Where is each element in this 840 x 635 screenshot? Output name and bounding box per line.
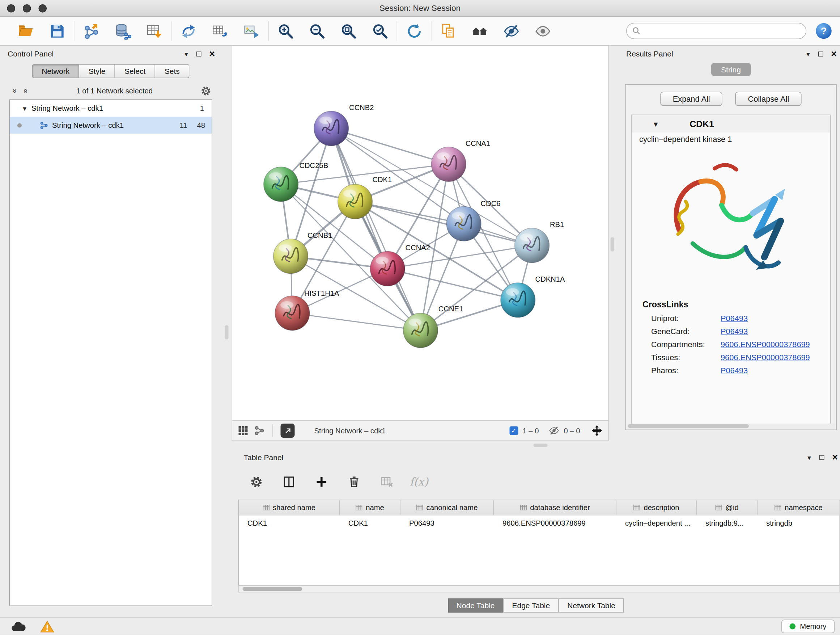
- float-panel-icon[interactable]: [819, 51, 824, 57]
- crosslink-link[interactable]: P06493: [721, 327, 748, 336]
- network-edge[interactable]: [355, 202, 532, 245]
- import-table-from-file-button[interactable]: [143, 19, 166, 42]
- network-edge[interactable]: [332, 128, 421, 331]
- table-horizontal-scrollbar[interactable]: [238, 585, 840, 593]
- close-panel-icon[interactable]: ×: [831, 49, 837, 59]
- network-collection-row[interactable]: ▼ String Network – cdk1 1: [10, 100, 212, 117]
- zoom-fit-button[interactable]: [337, 19, 360, 42]
- cell-name[interactable]: CDK1: [340, 516, 401, 531]
- expand-all-networks-icon[interactable]: »: [11, 88, 19, 93]
- network-node-CDK1[interactable]: CDK1: [338, 176, 392, 219]
- search-input[interactable]: [644, 27, 801, 35]
- crosslink-link[interactable]: P06493: [721, 366, 748, 375]
- cloud-status-button[interactable]: [11, 621, 26, 632]
- close-panel-icon[interactable]: ×: [832, 453, 838, 462]
- collapse-all-networks-icon[interactable]: «: [22, 88, 31, 93]
- tab-edge-table[interactable]: Edge Table: [503, 599, 559, 613]
- network-node-RB1[interactable]: RB1: [515, 220, 564, 263]
- function-builder-button[interactable]: f(x): [410, 475, 428, 488]
- float-panel-icon[interactable]: [197, 51, 202, 57]
- network-node-HIST1H1A[interactable]: HIST1H1A: [275, 289, 339, 331]
- tree-caret-icon[interactable]: ▼: [22, 105, 27, 111]
- tab-network[interactable]: Network: [32, 64, 79, 78]
- import-network-from-database-button[interactable]: [111, 19, 134, 42]
- column-header-shared-name[interactable]: shared name: [239, 500, 340, 515]
- zoom-in-button[interactable]: [274, 19, 297, 42]
- network-node-CCNB2[interactable]: CCNB2: [314, 103, 374, 146]
- crosslink-link[interactable]: 9606.ENSP00000378699: [721, 340, 810, 348]
- expand-all-button[interactable]: Expand All: [660, 92, 722, 106]
- network-view-canvas[interactable]: CCNB2CCNA1CDC25BCDK1CDC6RB1CCNB1CCNA2CDK…: [232, 46, 609, 421]
- bottom-splitter-handle[interactable]: [534, 444, 548, 447]
- float-panel-icon[interactable]: [820, 455, 825, 460]
- network-row-selected[interactable]: String Network – cdk1 11 48: [10, 117, 212, 134]
- gene-card-header[interactable]: ▼ CDK1: [632, 115, 830, 133]
- table-options-button[interactable]: [247, 472, 265, 491]
- cell-shared-name[interactable]: CDK1: [239, 516, 340, 531]
- pan-tool-button[interactable]: [591, 424, 603, 437]
- network-node-CCNB1[interactable]: CCNB1: [273, 231, 332, 274]
- close-panel-icon[interactable]: ×: [209, 49, 215, 59]
- delete-table-button[interactable]: [377, 472, 396, 491]
- zoom-selected-button[interactable]: [369, 19, 392, 42]
- network-edge[interactable]: [332, 128, 449, 165]
- crosslink-link[interactable]: 9606.ENSP00000378699: [721, 353, 810, 362]
- save-session-button[interactable]: [46, 19, 68, 42]
- birdseye-view-button[interactable]: [469, 19, 491, 42]
- column-header-namespace[interactable]: namespace: [758, 500, 840, 515]
- open-file-button[interactable]: [14, 19, 37, 42]
- column-header-id[interactable]: @id: [697, 500, 758, 515]
- tab-style[interactable]: Style: [79, 64, 115, 78]
- create-column-button[interactable]: [312, 472, 331, 491]
- network-from-selection-button[interactable]: [177, 19, 200, 42]
- cell-canonical-name[interactable]: P06493: [401, 516, 494, 531]
- tab-node-table[interactable]: Node Table: [448, 599, 504, 613]
- warnings-button[interactable]: [40, 620, 54, 633]
- panel-menu-icon[interactable]: ▾: [807, 453, 811, 462]
- network-list-button[interactable]: [254, 425, 265, 436]
- duplicate-document-button[interactable]: [437, 19, 460, 42]
- selected-checkbox-icon[interactable]: ✓: [509, 426, 518, 435]
- zoom-out-button[interactable]: [306, 19, 328, 42]
- cell-description[interactable]: cyclin–dependent ...: [616, 516, 697, 531]
- help-button[interactable]: ?: [814, 21, 834, 41]
- left-splitter-handle[interactable]: [225, 325, 229, 340]
- network-node-CDKN1A[interactable]: CDKN1A: [501, 275, 565, 318]
- network-node-CDC6[interactable]: CDC6: [447, 200, 500, 241]
- network-options-button[interactable]: [201, 85, 212, 97]
- cell-database-identifier[interactable]: 9606.ENSP00000378699: [494, 516, 616, 531]
- right-splitter-handle[interactable]: [611, 238, 615, 252]
- tab-select[interactable]: Select: [115, 64, 155, 78]
- column-header-name[interactable]: name: [340, 500, 401, 515]
- tab-sets[interactable]: Sets: [155, 64, 189, 78]
- graphics-details-off-button[interactable]: [500, 19, 523, 42]
- network-node-CCNA1[interactable]: CCNA1: [431, 139, 490, 182]
- column-header-database-identifier[interactable]: database identifier: [494, 500, 616, 515]
- collapse-gene-icon[interactable]: ▼: [652, 120, 659, 128]
- network-graph[interactable]: CCNB2CCNA1CDC25BCDK1CDC6RB1CCNB1CCNA2CDK…: [232, 46, 608, 421]
- grid-view-button[interactable]: [238, 425, 248, 436]
- network-edge[interactable]: [292, 313, 420, 331]
- import-network-from-file-button[interactable]: [80, 19, 103, 42]
- panel-menu-icon[interactable]: ▾: [806, 50, 810, 58]
- crosslink-link[interactable]: P06493: [721, 314, 748, 323]
- collapse-all-button[interactable]: Collapse All: [736, 92, 802, 106]
- export-image-button[interactable]: [240, 19, 263, 42]
- table-row[interactable]: CDK1 CDK1 P06493 9606.ENSP00000378699 cy…: [239, 516, 840, 531]
- column-header-canonical-name[interactable]: canonical name: [401, 500, 494, 515]
- graphics-details-on-button[interactable]: [531, 19, 554, 42]
- column-header-description[interactable]: description: [616, 500, 697, 515]
- panel-menu-icon[interactable]: ▾: [185, 50, 188, 58]
- search-box[interactable]: [626, 23, 806, 39]
- network-from-table-button[interactable]: [208, 19, 231, 42]
- delete-column-button[interactable]: [345, 472, 363, 491]
- show-columns-button[interactable]: [279, 472, 298, 491]
- tab-network-table[interactable]: Network Table: [559, 599, 624, 613]
- results-horizontal-scrollbar[interactable]: [627, 424, 835, 429]
- open-in-new-window-button[interactable]: [281, 424, 295, 438]
- cell-id[interactable]: stringdb:9...: [697, 516, 758, 531]
- apply-layout-button[interactable]: [403, 19, 425, 42]
- memory-button[interactable]: Memory: [782, 620, 835, 633]
- string-tab[interactable]: String: [711, 63, 751, 76]
- cell-namespace[interactable]: stringdb: [758, 516, 840, 531]
